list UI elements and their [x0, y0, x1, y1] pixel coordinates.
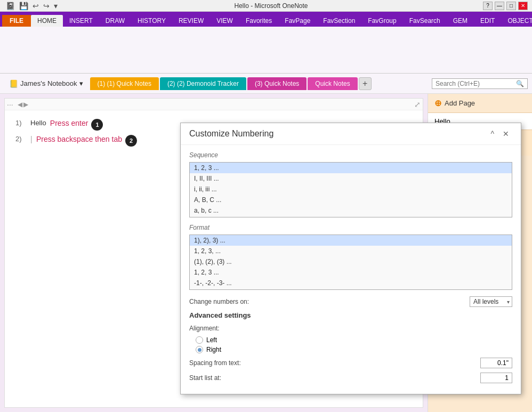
tab-container: (1) (1) Quick Notes (2) (2) Demonoid Tra… — [90, 77, 430, 90]
tab-object[interactable]: OBJECT — [501, 15, 532, 27]
alignment-left-radio[interactable] — [196, 336, 203, 344]
alignment-label: Alignment: — [189, 325, 220, 332]
search-box[interactable]: 🔍 — [432, 78, 528, 89]
sequence-listbox[interactable]: 1, 2, 3 ... I, II, III ... i, ii, iii ..… — [189, 162, 512, 217]
section-tab-2[interactable]: (2) (2) Demonoid Tracker — [160, 77, 246, 90]
section-tab-3[interactable]: (3) Quick Notes — [247, 77, 307, 90]
instruction-2: Press backspace then tab — [36, 135, 122, 143]
window-controls: ? — □ ✕ — [483, 2, 528, 10]
maximize-button[interactable]: □ — [506, 2, 516, 10]
sequence-item-4[interactable]: a, b, c ... — [190, 205, 512, 216]
minimize-button[interactable]: — — [495, 2, 504, 10]
nav-right-icon[interactable]: ▶ — [23, 101, 28, 108]
add-page-label: Add Page — [445, 99, 475, 107]
sequence-label: Sequence — [189, 151, 512, 159]
tab-favorites[interactable]: Favorites — [239, 15, 278, 27]
customize-icon[interactable]: ▾ — [52, 2, 59, 10]
alignment-row: Alignment: — [189, 325, 512, 332]
tab-insert[interactable]: INSERT — [63, 15, 99, 27]
line-text-1: Hello — [30, 119, 50, 127]
tab-review[interactable]: REVIEW — [172, 15, 210, 27]
format-item-1[interactable]: 1, 2, 3, ... — [190, 246, 512, 256]
nav-left-icon[interactable]: ◀ — [18, 101, 22, 108]
alignment-right-radio[interactable] — [196, 346, 203, 353]
notebook-icon: 📒 — [9, 79, 18, 88]
spacing-input[interactable] — [480, 358, 512, 368]
save-icon[interactable]: 💾 — [18, 2, 30, 10]
advanced-settings-section: Advanced settings Alignment: Left Right … — [189, 311, 512, 383]
format-label: Format — [189, 224, 512, 231]
section-tab-1[interactable]: (1) (1) Quick Notes — [90, 77, 159, 90]
expand-button[interactable]: ⤢ — [414, 100, 421, 109]
toolbar-dots: ··· — [7, 100, 13, 109]
redo-icon[interactable]: ↪ — [42, 2, 51, 10]
search-input[interactable] — [436, 80, 516, 87]
dialog-close-button[interactable]: ✕ — [499, 128, 512, 139]
start-row: Start list at: — [189, 373, 512, 383]
start-input[interactable] — [480, 373, 512, 383]
tab-file[interactable]: FILE — [2, 15, 31, 27]
customize-numbering-dialog: Customize Numbering ^ ✕ Sequence 1, 2, 3… — [180, 123, 521, 394]
tab-favpage[interactable]: FavPage — [278, 15, 317, 27]
nav-arrows: ◀ ▶ — [18, 101, 28, 108]
tab-view[interactable]: VIEW — [210, 15, 239, 27]
change-numbers-row: Change numbers on: All levels — [189, 296, 512, 307]
tab-favsearch[interactable]: FavSearch — [403, 15, 447, 27]
section-tab-4[interactable]: Quick Notes — [308, 77, 357, 90]
add-page-icon: ⊕ — [434, 98, 441, 108]
tab-draw[interactable]: DRAW — [99, 15, 131, 27]
dialog-header: Customize Numbering ^ ✕ — [181, 123, 521, 145]
badge-1: 1 — [91, 119, 103, 131]
add-page-button[interactable]: ⊕ Add Page — [428, 94, 532, 113]
tab-history[interactable]: HISTORY — [131, 15, 172, 27]
format-item-0[interactable]: 1), 2), 3) ... — [190, 235, 512, 246]
dialog-controls: ^ ✕ — [487, 128, 512, 139]
sequence-item-1[interactable]: I, II, III ... — [190, 173, 512, 184]
alignment-right-label: Right — [206, 346, 221, 353]
sequence-item-3[interactable]: A, B, C ... — [190, 195, 512, 205]
format-item-4[interactable]: -1-, -2-, -3- ... — [190, 278, 512, 288]
spacing-label: Spacing from text: — [189, 359, 241, 367]
title-bar-left: 📓 💾 ↩ ↪ ▾ — [4, 2, 59, 10]
title-bar: 📓 💾 ↩ ↪ ▾ Hello - Microsoft OneNote ? — … — [0, 0, 532, 12]
sequence-item-0[interactable]: 1, 2, 3 ... — [190, 163, 512, 173]
sequence-item-5[interactable]: 1st, 2nd, 3rd ... — [190, 216, 512, 217]
dialog-body: Sequence 1, 2, 3 ... I, II, III ... i, i… — [181, 145, 521, 394]
undo-icon[interactable]: ↩ — [31, 2, 41, 10]
quick-access: 📓 💾 ↩ ↪ ▾ — [4, 2, 59, 10]
tab-home[interactable]: HOME — [31, 15, 63, 27]
line-num-2: 2) — [15, 135, 26, 143]
tab-gem[interactable]: GEM — [447, 15, 474, 27]
instruction-1: Press enter — [50, 119, 88, 127]
window-title: Hello - Microsoft OneNote — [59, 2, 483, 10]
start-label: Start list at: — [189, 374, 221, 382]
change-numbers-label: Change numbers on: — [189, 298, 249, 305]
alignment-right-row: Right — [196, 346, 512, 353]
ribbon-tabs: FILE HOME INSERT DRAW HISTORY REVIEW VIE… — [0, 12, 532, 27]
format-item-2[interactable]: (1), (2), (3) ... — [190, 256, 512, 267]
sequence-item-2[interactable]: i, ii, iii ... — [190, 184, 512, 195]
format-section: Format 1), 2), 3) ... 1, 2, 3, ... (1), … — [189, 224, 512, 290]
notebook-dropdown-icon[interactable]: ▾ — [79, 79, 83, 87]
tab-edit[interactable]: EDIT — [474, 15, 501, 27]
notebook-name[interactable]: 📒 James's Notebook ▾ — [4, 77, 88, 91]
notebook-bar: 📒 James's Notebook ▾ (1) (1) Quick Notes… — [0, 74, 532, 94]
change-numbers-dropdown[interactable]: All levels — [470, 296, 512, 307]
format-item-3[interactable]: 1, 2, 3 ... — [190, 267, 512, 278]
spacing-row: Spacing from text: — [189, 358, 512, 368]
close-button[interactable]: ✕ — [518, 2, 528, 10]
alignment-left-label: Left — [206, 336, 217, 344]
line-num-1: 1) — [15, 119, 26, 127]
advanced-title: Advanced settings — [189, 311, 512, 319]
search-icon[interactable]: 🔍 — [516, 80, 524, 87]
alignment-left-row: Left — [196, 336, 512, 344]
dialog-collapse-button[interactable]: ^ — [487, 128, 497, 139]
help-button[interactable]: ? — [483, 2, 493, 10]
tab-favsection[interactable]: FavSection — [317, 15, 361, 27]
tab-favgroup[interactable]: FavGroup — [361, 15, 402, 27]
alignment-options: Left Right — [196, 336, 512, 353]
add-section-button[interactable]: + — [359, 77, 372, 90]
format-listbox[interactable]: 1), 2), 3) ... 1, 2, 3, ... (1), (2), (3… — [189, 235, 512, 290]
dialog-title: Customize Numbering — [189, 129, 273, 139]
badge-2: 2 — [125, 135, 137, 147]
